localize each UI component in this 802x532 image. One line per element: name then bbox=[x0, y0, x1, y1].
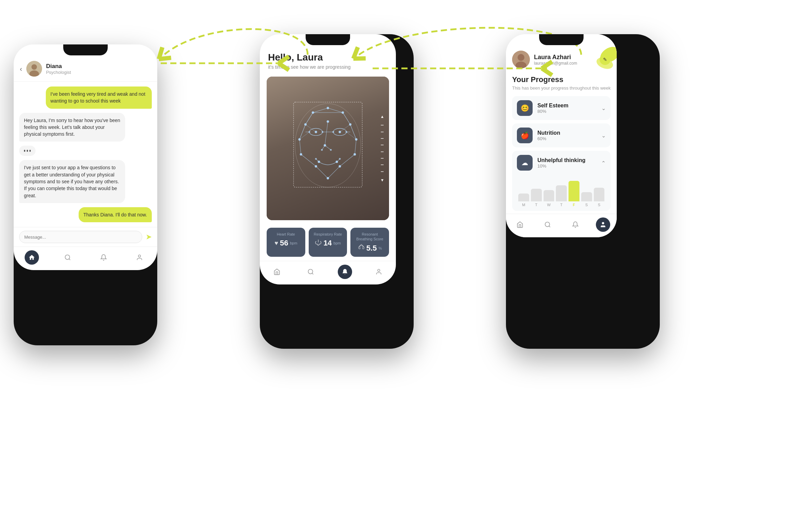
svg-point-62 bbox=[315, 158, 317, 160]
send-button[interactable]: ➤ bbox=[146, 232, 152, 241]
nav-bell-1[interactable] bbox=[96, 250, 111, 265]
user-avatar-svg bbox=[512, 51, 530, 68]
nav-bell-2[interactable] bbox=[338, 265, 352, 279]
chat-messages: I've been feeling very tired and weak an… bbox=[14, 82, 157, 227]
message-3: I've just sent to your app a few questio… bbox=[19, 160, 125, 203]
scan-subtitle: it's time to see how we are progressing bbox=[268, 64, 388, 70]
stat-breathing-score: Resonant Breathing Score 5.5 % bbox=[350, 228, 389, 257]
bar-label: T bbox=[560, 203, 563, 207]
svg-point-47 bbox=[327, 120, 329, 123]
svg-line-8 bbox=[328, 108, 343, 112]
svg-line-27 bbox=[328, 166, 340, 178]
breathing-unit: % bbox=[378, 246, 382, 250]
bar-day-s5: S bbox=[581, 192, 592, 207]
thinking-pct: 10% bbox=[537, 163, 597, 169]
stat-resp-value-row: 14 bpm bbox=[312, 239, 344, 248]
progress-title: Your Progress bbox=[512, 75, 611, 84]
back-icon[interactable]: ‹ bbox=[20, 65, 22, 73]
svg-point-49 bbox=[339, 131, 341, 133]
svg-point-57 bbox=[318, 161, 320, 163]
svg-line-26 bbox=[316, 166, 328, 178]
self-esteem-pct: 80% bbox=[537, 109, 597, 114]
user-email: lauraazhari@gmail.com bbox=[534, 61, 577, 66]
user-info-row: Laura Azhari lauraazhari@gmail.com bbox=[512, 51, 577, 68]
scan-title: Hello, Laura bbox=[268, 52, 388, 63]
svg-point-63 bbox=[339, 158, 340, 160]
respiratory-value: 14 bbox=[323, 239, 332, 248]
svg-line-7 bbox=[313, 108, 328, 112]
svg-point-48 bbox=[315, 131, 317, 133]
scene: ‹ Diana Psychologist bbox=[0, 0, 802, 532]
svg-line-74 bbox=[549, 226, 550, 227]
svg-point-59 bbox=[315, 165, 317, 168]
stat-heart-label: Heart Rate bbox=[270, 232, 302, 237]
progress-item-thinking[interactable]: ☁ Unhelpful thinking 10% ⌄ MTWTFSS bbox=[512, 151, 611, 211]
svg-point-71 bbox=[518, 54, 524, 61]
svg-point-41 bbox=[304, 123, 307, 126]
nav-search-3[interactable] bbox=[540, 217, 555, 232]
nav-home-1[interactable] bbox=[25, 250, 39, 265]
nav-search-1[interactable] bbox=[61, 250, 75, 265]
nutrition-pct: 60% bbox=[537, 136, 597, 141]
nav-home-3[interactable] bbox=[513, 217, 527, 232]
phone-scan-screen: Hello, Laura it's time to see how we are… bbox=[260, 34, 396, 284]
svg-rect-64 bbox=[294, 102, 362, 187]
heart-rate-unit: bpm bbox=[290, 241, 297, 245]
svg-point-55 bbox=[321, 149, 323, 151]
nav-search-2[interactable] bbox=[304, 265, 318, 279]
notch-2 bbox=[306, 34, 350, 45]
bar-day-f4: F bbox=[569, 181, 579, 207]
svg-line-32 bbox=[306, 124, 316, 132]
svg-line-15 bbox=[355, 139, 356, 155]
ruler-mark bbox=[381, 138, 384, 139]
ruler-mark bbox=[381, 158, 384, 159]
bar-day-t3: T bbox=[556, 185, 567, 207]
nav-person-1[interactable] bbox=[132, 250, 147, 265]
user-name: Laura Azhari bbox=[534, 54, 577, 61]
nutrition-icon: 🍎 bbox=[517, 128, 533, 143]
nav-person-3[interactable] bbox=[596, 217, 610, 232]
svg-point-5 bbox=[138, 255, 141, 257]
progress-items: 😊 Self Esteem 80% ⌄ 🍎 Nutrition 60% bbox=[506, 93, 617, 214]
bottom-nav-2 bbox=[260, 261, 396, 284]
svg-line-16 bbox=[325, 121, 328, 145]
scan-ruler: ▲ ▼ bbox=[379, 114, 385, 183]
svg-point-45 bbox=[300, 153, 302, 156]
progress-screen: Laura Azhari lauraazhari@gmail.com ✎ You… bbox=[506, 34, 617, 237]
progress-item-self-esteem[interactable]: 😊 Self Esteem 80% ⌄ bbox=[512, 96, 611, 120]
nav-home-2[interactable] bbox=[270, 265, 284, 279]
svg-point-44 bbox=[355, 138, 358, 141]
thinking-icon: ☁ bbox=[517, 155, 533, 171]
psychologist-role: Psychologist bbox=[46, 70, 151, 75]
bar-day-w2: W bbox=[544, 190, 554, 207]
phone-chat: ‹ Diana Psychologist bbox=[14, 44, 157, 345]
svg-point-56 bbox=[330, 149, 332, 151]
phone-chat-screen: ‹ Diana Psychologist bbox=[14, 44, 157, 270]
message-4: Thanks Diana. I'll do that now. bbox=[79, 207, 152, 222]
bar-chart: MTWTFSS bbox=[517, 179, 606, 207]
dot-1 bbox=[24, 150, 25, 152]
bar-fill bbox=[544, 190, 554, 201]
svg-point-46 bbox=[353, 153, 356, 156]
face-bg: ▲ ▼ bbox=[267, 77, 389, 220]
typing-indicator bbox=[19, 146, 36, 156]
svg-point-60 bbox=[339, 165, 341, 168]
message-1: I've been feeling very tired and weak an… bbox=[46, 87, 152, 109]
thinking-info: Unhelpful thinking 10% bbox=[537, 157, 597, 169]
face-scan-container[interactable]: ▲ ▼ bbox=[267, 77, 389, 220]
svg-line-33 bbox=[340, 124, 350, 132]
bar-fill bbox=[518, 194, 529, 201]
ruler-mark bbox=[381, 171, 384, 172]
bar-label: S bbox=[598, 203, 600, 207]
edit-button[interactable]: ✎ bbox=[600, 54, 611, 65]
chat-input[interactable] bbox=[19, 231, 142, 243]
user-avatar bbox=[512, 51, 530, 68]
nav-person-2[interactable] bbox=[372, 265, 386, 279]
nav-bell-3[interactable] bbox=[568, 217, 583, 232]
dot-2 bbox=[27, 150, 28, 152]
stats-row: Heart Rate ♥ 56 bpm Respiratory Rate bbox=[267, 228, 389, 257]
heart-rate-value: 56 bbox=[280, 239, 288, 248]
svg-line-29 bbox=[340, 154, 355, 166]
progress-item-nutrition[interactable]: 🍎 Nutrition 60% ⌄ bbox=[512, 123, 611, 147]
bar-fill bbox=[556, 185, 567, 201]
